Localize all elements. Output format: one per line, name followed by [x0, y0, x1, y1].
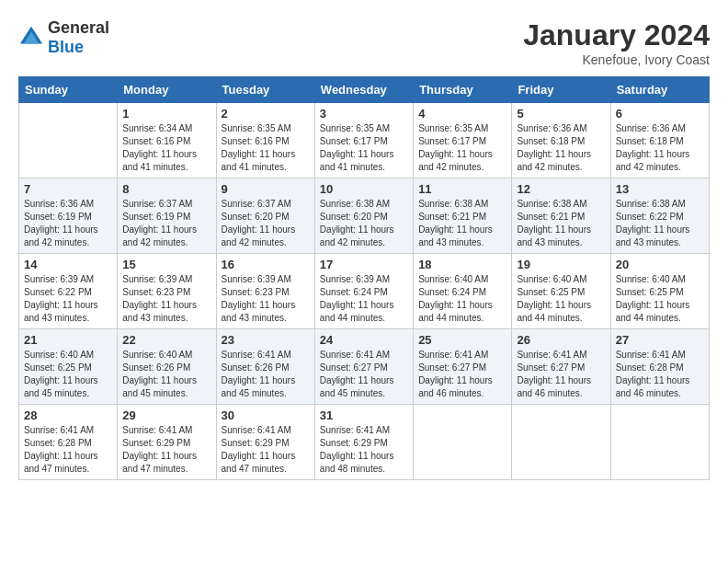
calendar-cell: 30Sunrise: 6:41 AMSunset: 6:29 PMDayligh…: [216, 405, 314, 480]
day-info: Sunrise: 6:37 AMSunset: 6:19 PMDaylight:…: [122, 198, 210, 249]
day-number: 20: [616, 258, 704, 271]
day-info: Sunrise: 6:38 AMSunset: 6:21 PMDaylight:…: [418, 198, 506, 249]
calendar-cell: 16Sunrise: 6:39 AMSunset: 6:23 PMDayligh…: [216, 254, 314, 329]
calendar-cell: [610, 405, 709, 480]
day-info: Sunrise: 6:36 AMSunset: 6:18 PMDaylight:…: [517, 122, 605, 174]
calendar-cell: 11Sunrise: 6:38 AMSunset: 6:21 PMDayligh…: [414, 178, 512, 254]
day-info: Sunrise: 6:40 AMSunset: 6:25 PMDaylight:…: [24, 349, 112, 400]
calendar-cell: 29Sunrise: 6:41 AMSunset: 6:29 PMDayligh…: [118, 405, 216, 480]
logo-text: General Blue: [48, 18, 109, 57]
week-row-5: 28Sunrise: 6:41 AMSunset: 6:28 PMDayligh…: [19, 405, 710, 480]
day-number: 23: [222, 333, 310, 347]
day-info: Sunrise: 6:41 AMSunset: 6:27 PMDaylight:…: [418, 349, 506, 400]
calendar-cell: 5Sunrise: 6:36 AMSunset: 6:18 PMDaylight…: [512, 103, 610, 178]
day-number: 3: [320, 107, 408, 121]
day-number: 18: [418, 258, 506, 271]
day-info: Sunrise: 6:36 AMSunset: 6:19 PMDaylight:…: [24, 198, 112, 249]
day-info: Sunrise: 6:39 AMSunset: 6:24 PMDaylight:…: [320, 273, 408, 325]
day-info: Sunrise: 6:40 AMSunset: 6:26 PMDaylight:…: [122, 349, 210, 400]
location-subtitle: Kenefoue, Ivory Coast: [523, 52, 710, 67]
day-info: Sunrise: 6:37 AMSunset: 6:20 PMDaylight:…: [222, 198, 310, 249]
day-number: 22: [122, 333, 210, 347]
day-number: 25: [418, 333, 506, 347]
header-thursday: Thursday: [414, 77, 512, 103]
day-number: 19: [517, 258, 605, 271]
day-number: 6: [616, 107, 704, 121]
day-number: 14: [24, 258, 112, 271]
day-number: 5: [517, 107, 605, 121]
day-info: Sunrise: 6:36 AMSunset: 6:18 PMDaylight:…: [616, 122, 704, 174]
day-info: Sunrise: 6:38 AMSunset: 6:20 PMDaylight:…: [320, 198, 408, 249]
calendar-cell: 12Sunrise: 6:38 AMSunset: 6:21 PMDayligh…: [512, 178, 610, 254]
day-number: 4: [418, 107, 506, 121]
logo-general: General: [48, 18, 109, 37]
week-row-2: 7Sunrise: 6:36 AMSunset: 6:19 PMDaylight…: [19, 178, 710, 254]
calendar-cell: 14Sunrise: 6:39 AMSunset: 6:22 PMDayligh…: [19, 254, 118, 329]
calendar-cell: 15Sunrise: 6:39 AMSunset: 6:23 PMDayligh…: [118, 254, 216, 329]
day-info: Sunrise: 6:41 AMSunset: 6:29 PMDaylight:…: [222, 424, 310, 476]
calendar-cell: 2Sunrise: 6:35 AMSunset: 6:16 PMDaylight…: [216, 103, 314, 178]
day-info: Sunrise: 6:39 AMSunset: 6:23 PMDaylight:…: [122, 273, 210, 325]
calendar-cell: 9Sunrise: 6:37 AMSunset: 6:20 PMDaylight…: [216, 178, 314, 254]
logo-blue: Blue: [48, 38, 84, 56]
calendar-cell: 1Sunrise: 6:34 AMSunset: 6:16 PMDaylight…: [118, 103, 216, 178]
day-number: 24: [320, 333, 408, 347]
day-info: Sunrise: 6:40 AMSunset: 6:24 PMDaylight:…: [418, 273, 506, 325]
day-number: 11: [418, 182, 506, 196]
day-info: Sunrise: 6:38 AMSunset: 6:21 PMDaylight:…: [517, 198, 605, 249]
header-row: SundayMondayTuesdayWednesdayThursdayFrid…: [19, 77, 710, 103]
calendar-cell: [414, 405, 512, 480]
day-number: 7: [24, 182, 112, 196]
day-info: Sunrise: 6:41 AMSunset: 6:28 PMDaylight:…: [24, 424, 112, 476]
calendar-cell: 23Sunrise: 6:41 AMSunset: 6:26 PMDayligh…: [216, 329, 314, 405]
day-info: Sunrise: 6:41 AMSunset: 6:26 PMDaylight:…: [222, 349, 310, 400]
calendar-cell: 28Sunrise: 6:41 AMSunset: 6:28 PMDayligh…: [19, 405, 118, 480]
calendar-cell: 3Sunrise: 6:35 AMSunset: 6:17 PMDaylight…: [314, 103, 413, 178]
day-number: 16: [222, 258, 310, 271]
week-row-4: 21Sunrise: 6:40 AMSunset: 6:25 PMDayligh…: [19, 329, 710, 405]
day-info: Sunrise: 6:35 AMSunset: 6:16 PMDaylight:…: [222, 122, 310, 174]
calendar-cell: 20Sunrise: 6:40 AMSunset: 6:25 PMDayligh…: [610, 254, 709, 329]
calendar-cell: 6Sunrise: 6:36 AMSunset: 6:18 PMDaylight…: [610, 103, 709, 178]
day-number: 29: [122, 408, 210, 422]
header-wednesday: Wednesday: [314, 77, 413, 103]
title-block: January 2024 Kenefoue, Ivory Coast: [523, 18, 710, 67]
day-number: 27: [616, 333, 704, 347]
header-friday: Friday: [512, 77, 610, 103]
day-info: Sunrise: 6:41 AMSunset: 6:29 PMDaylight:…: [122, 424, 210, 476]
calendar-cell: 31Sunrise: 6:41 AMSunset: 6:29 PMDayligh…: [314, 405, 413, 480]
day-info: Sunrise: 6:40 AMSunset: 6:25 PMDaylight:…: [616, 273, 704, 325]
logo: General Blue: [18, 18, 109, 57]
day-number: 2: [222, 107, 310, 121]
calendar-cell: 10Sunrise: 6:38 AMSunset: 6:20 PMDayligh…: [314, 178, 413, 254]
day-info: Sunrise: 6:39 AMSunset: 6:23 PMDaylight:…: [222, 273, 310, 325]
day-number: 21: [24, 333, 112, 347]
day-info: Sunrise: 6:41 AMSunset: 6:29 PMDaylight:…: [320, 424, 408, 476]
calendar-cell: 18Sunrise: 6:40 AMSunset: 6:24 PMDayligh…: [414, 254, 512, 329]
day-info: Sunrise: 6:35 AMSunset: 6:17 PMDaylight:…: [418, 122, 506, 174]
calendar-cell: 13Sunrise: 6:38 AMSunset: 6:22 PMDayligh…: [610, 178, 709, 254]
page-header: General Blue January 2024 Kenefoue, Ivor…: [18, 18, 710, 67]
calendar-cell: 7Sunrise: 6:36 AMSunset: 6:19 PMDaylight…: [19, 178, 118, 254]
calendar-table: SundayMondayTuesdayWednesdayThursdayFrid…: [18, 76, 710, 480]
day-number: 17: [320, 258, 408, 271]
day-info: Sunrise: 6:41 AMSunset: 6:27 PMDaylight:…: [517, 349, 605, 400]
day-number: 1: [122, 107, 210, 121]
day-number: 12: [517, 182, 605, 196]
logo-icon: [18, 25, 44, 51]
header-monday: Monday: [118, 77, 216, 103]
week-row-3: 14Sunrise: 6:39 AMSunset: 6:22 PMDayligh…: [19, 254, 710, 329]
day-number: 31: [320, 408, 408, 422]
header-tuesday: Tuesday: [216, 77, 314, 103]
month-title: January 2024: [523, 18, 710, 52]
day-number: 10: [320, 182, 408, 196]
day-number: 8: [122, 182, 210, 196]
week-row-1: 1Sunrise: 6:34 AMSunset: 6:16 PMDaylight…: [19, 103, 710, 178]
day-number: 30: [222, 408, 310, 422]
header-saturday: Saturday: [610, 77, 709, 103]
day-number: 28: [24, 408, 112, 422]
calendar-cell: 24Sunrise: 6:41 AMSunset: 6:27 PMDayligh…: [314, 329, 413, 405]
day-info: Sunrise: 6:38 AMSunset: 6:22 PMDaylight:…: [616, 198, 704, 249]
calendar-cell: 22Sunrise: 6:40 AMSunset: 6:26 PMDayligh…: [118, 329, 216, 405]
calendar-cell: 26Sunrise: 6:41 AMSunset: 6:27 PMDayligh…: [512, 329, 610, 405]
